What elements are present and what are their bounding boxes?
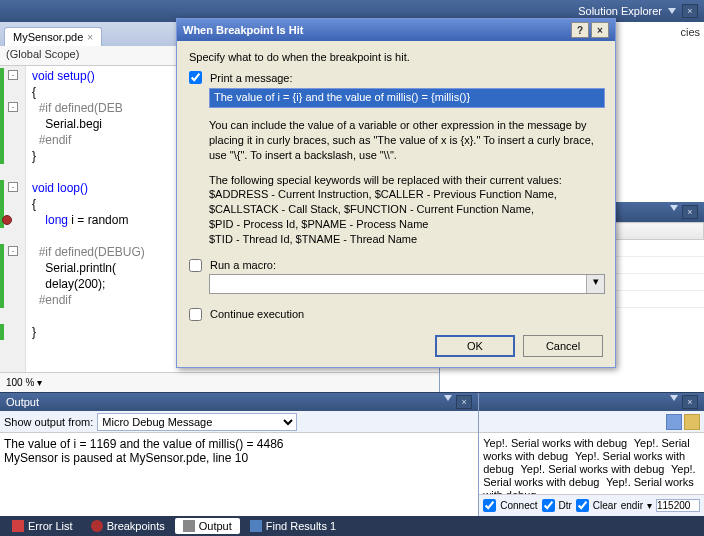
pin-icon[interactable] — [670, 205, 678, 211]
tab-error-list[interactable]: Error List — [4, 518, 81, 534]
tab-find-results[interactable]: Find Results 1 — [242, 518, 344, 534]
bottom-tab-strip: Error List Breakpoints Output Find Resul… — [0, 516, 704, 536]
fold-icon[interactable]: - — [8, 182, 18, 192]
code-line: #endif — [32, 133, 71, 147]
code-line: void loop() — [32, 181, 88, 195]
panel-title-label: Solution Explorer — [578, 5, 662, 17]
code-line: { — [32, 85, 36, 99]
tab-label: MySensor.pde — [13, 31, 83, 43]
code-line: } — [32, 325, 36, 339]
line-ending-select[interactable]: endir — [621, 500, 643, 511]
code-line: void setup() — [32, 69, 95, 83]
breakpoint-icon[interactable] — [2, 215, 12, 225]
dtr-label: Dtr — [559, 500, 572, 511]
close-button[interactable]: × — [591, 22, 609, 38]
run-macro-checkbox[interactable]: Run a macro: — [189, 259, 603, 272]
clear-checkbox[interactable] — [576, 499, 589, 512]
serial-tool-icon[interactable] — [666, 414, 682, 430]
pin-icon[interactable] — [444, 395, 452, 401]
fold-icon[interactable]: - — [8, 70, 18, 80]
output-source-select[interactable]: Micro Debug Message — [97, 413, 297, 431]
code-line: #if defined(DEB — [32, 101, 123, 115]
dtr-checkbox[interactable] — [542, 499, 555, 512]
macro-select[interactable]: ▾ — [209, 274, 605, 294]
code-line: } — [32, 149, 36, 163]
fold-icon[interactable]: - — [8, 102, 18, 112]
code-line: delay(200); — [32, 277, 105, 291]
dialog-help-text: You can include the value of a variable … — [209, 118, 603, 163]
close-tab-icon[interactable]: × — [87, 32, 93, 43]
output-from-label: Show output from: — [4, 416, 93, 428]
connect-checkbox[interactable] — [483, 499, 496, 512]
dialog-titlebar[interactable]: When Breakpoint Is Hit ? × — [177, 19, 615, 41]
serial-monitor[interactable]: Yep!. Serial works with debug Yep!. Seri… — [479, 433, 704, 494]
fold-icon[interactable]: - — [8, 246, 18, 256]
tab-output[interactable]: Output — [175, 518, 240, 534]
code-line: Serial.begi — [32, 117, 102, 131]
close-icon[interactable]: × — [682, 395, 698, 409]
code-line: long i = random — [32, 213, 128, 227]
connect-label: Connect — [500, 500, 537, 511]
pin-icon[interactable] — [670, 395, 678, 401]
close-icon[interactable]: × — [682, 4, 698, 18]
code-line: { — [32, 197, 36, 211]
dialog-title: When Breakpoint Is Hit — [183, 24, 303, 36]
close-icon[interactable]: × — [456, 395, 472, 409]
ok-button[interactable]: OK — [435, 335, 515, 357]
serial-header: × — [479, 393, 704, 411]
output-body[interactable]: The value of i = 1169 and the value of m… — [0, 433, 478, 516]
dialog-keywords-text: The following special keywords will be r… — [209, 173, 603, 247]
dialog-intro: Specify what to do when the breakpoint i… — [189, 51, 603, 63]
pin-icon[interactable] — [668, 8, 676, 14]
code-line: #if defined(DEBUG) — [32, 245, 145, 259]
output-header: Output × — [0, 393, 478, 411]
close-icon[interactable]: × — [682, 205, 698, 219]
print-message-checkbox[interactable]: Print a message: — [189, 71, 603, 84]
code-line: Serial.println( — [32, 261, 116, 275]
editor-tab[interactable]: MySensor.pde × — [4, 27, 102, 46]
code-line: #endif — [32, 293, 71, 307]
baud-input[interactable] — [656, 499, 700, 512]
continue-execution-checkbox[interactable]: Continue execution — [189, 308, 603, 321]
breakpoint-hit-dialog: When Breakpoint Is Hit ? × Specify what … — [176, 18, 616, 368]
zoom-level[interactable]: 100 % ▾ — [0, 372, 439, 392]
print-message-input[interactable]: The value of i = {i} and the value of mi… — [209, 88, 605, 108]
solution-item[interactable]: cies — [680, 26, 700, 38]
cancel-button[interactable]: Cancel — [523, 335, 603, 357]
tab-breakpoints[interactable]: Breakpoints — [83, 518, 173, 534]
help-button[interactable]: ? — [571, 22, 589, 38]
serial-tool-icon[interactable] — [684, 414, 700, 430]
clear-label: Clear — [593, 500, 617, 511]
